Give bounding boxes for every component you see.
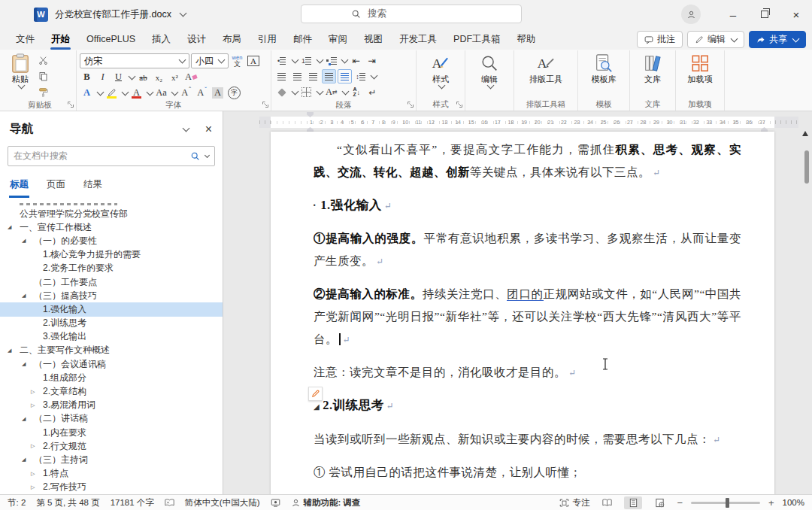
nav-tree-item[interactable]: ▷2.文章结构 (0, 384, 223, 398)
paste-button[interactable]: 粘贴 (7, 51, 34, 88)
collapsed-triangle-icon[interactable]: ▷ (31, 443, 43, 449)
distribute-button[interactable] (338, 69, 352, 83)
grow-font-button[interactable]: Aˆ (179, 86, 193, 100)
nav-tree-item[interactable]: ▷3.易混淆用词 (0, 399, 223, 412)
decrease-indent-button[interactable]: ⇤ (349, 53, 363, 68)
chevron-down-icon[interactable] (317, 56, 324, 63)
word-count[interactable]: 17181 个字 (111, 497, 154, 508)
nav-tab[interactable]: 结果 (83, 178, 102, 194)
chevron-down-icon[interactable] (122, 88, 129, 96)
nav-tree-item[interactable]: ▷2.行文规范 (0, 439, 223, 453)
doc-paragraph[interactable]: 当读到或听到一些新观点、新知识或主要内容的时候，需要思考以下几点：↵ (314, 428, 741, 451)
phonetic-guide-button[interactable]: wén文 (230, 54, 244, 68)
nav-tree-item[interactable]: ▷2.写作技巧 (0, 481, 223, 494)
chevron-down-icon[interactable] (292, 87, 299, 95)
expanded-triangle-icon[interactable]: ◢ (8, 348, 20, 354)
macro-recorder-icon[interactable] (271, 498, 280, 508)
nav-tree-item[interactable]: ◢（一）的必要性 (0, 234, 223, 247)
font-color-button[interactable]: A (129, 86, 144, 100)
chevron-down-icon[interactable] (341, 87, 349, 95)
document-page[interactable]: “文似看山不喜平”，要提高文字工作能力，需抓住积累、思考、观察、实践、交流、转化… (271, 132, 774, 496)
chevron-down-icon[interactable] (97, 88, 105, 96)
ribbon-tab[interactable]: 开始 (43, 29, 78, 50)
minimize-button[interactable]: – (717, 0, 749, 29)
superscript-button[interactable]: x² (168, 70, 182, 84)
ribbon-tab[interactable]: 插入 (144, 29, 179, 50)
zoom-out-button[interactable]: − (677, 497, 683, 508)
font-name-combobox[interactable]: 仿宋 (80, 53, 189, 68)
margin-pen-icon[interactable] (308, 387, 323, 401)
copy-button[interactable] (36, 69, 50, 83)
page-indicator[interactable]: 第 5 页, 共 48 页 (36, 497, 99, 508)
bold-button[interactable]: B (80, 70, 94, 84)
expanded-triangle-icon[interactable]: ◢ (8, 224, 20, 230)
styles-button[interactable]: 样式 (427, 51, 454, 88)
search-icon[interactable] (190, 151, 200, 161)
language-indicator[interactable]: 简体中文(中国大陆) (185, 497, 260, 508)
template-library-button[interactable]: 模板库 (588, 51, 620, 83)
format-painter-button[interactable] (36, 85, 50, 99)
doc-paragraph[interactable]: 注意：读完文章不是目的，消化吸收才是目的。↵ (314, 361, 741, 384)
expanded-triangle-icon[interactable]: ◢ (22, 457, 34, 463)
font-size-combobox[interactable]: 小四 (191, 53, 229, 68)
styles-dialog-launcher[interactable] (456, 101, 463, 108)
nav-tree-item[interactable]: ◢（一）会议通讯稿 (0, 357, 223, 371)
bullet-list-button[interactable]: • (274, 53, 289, 68)
nav-tree-item[interactable]: ◢（三）提高技巧 (0, 289, 223, 302)
chevron-down-icon[interactable] (341, 56, 349, 63)
heading-marker-icon[interactable]: ▪ (314, 202, 316, 208)
word-logo-icon[interactable]: W (34, 8, 48, 22)
expanded-triangle-icon[interactable]: ◢ (22, 238, 34, 244)
enclose-characters-button[interactable]: 字 (226, 86, 242, 100)
nav-tab[interactable]: 标题 (10, 178, 29, 194)
ribbon-tab[interactable]: 视图 (356, 29, 391, 50)
titlebar-search-box[interactable]: 搜索 (301, 5, 522, 23)
nav-tree-item[interactable]: （二）工作要点 (0, 275, 223, 289)
italic-button[interactable]: I (95, 70, 110, 84)
nav-pane-close-icon[interactable]: × (205, 123, 212, 136)
doc-heading[interactable]: ▪1.强化输入↵ (314, 194, 741, 217)
editing-button[interactable]: 编辑 (476, 51, 503, 88)
nav-tree-item[interactable] (0, 200, 223, 207)
ribbon-tab[interactable]: 设计 (179, 29, 214, 50)
ribbon-tab[interactable]: 文件 (8, 29, 43, 50)
multilevel-list-button[interactable] (324, 53, 338, 68)
numbered-list-button[interactable]: 1 (299, 53, 314, 68)
expanded-triangle-icon[interactable]: ◢ (22, 416, 34, 422)
nav-tab[interactable]: 页面 (47, 178, 65, 194)
document-title[interactable]: 分党校宣传部工作手册.docx (55, 8, 171, 21)
accessibility-status[interactable]: 辅助功能: 调查 (291, 497, 361, 508)
collapsed-triangle-icon[interactable]: ▷ (31, 402, 43, 408)
nav-tree-item[interactable]: 1.强化输入 (0, 302, 223, 316)
layout-tools-button[interactable]: 排版工具 (526, 51, 566, 83)
ribbon-tab[interactable]: OfficePLUS (78, 29, 144, 50)
character-border-button[interactable]: A (246, 54, 261, 68)
shading-button[interactable] (274, 85, 289, 99)
ribbon-tab[interactable]: 引用 (250, 29, 285, 50)
heading-marker-icon[interactable]: ◢ (314, 402, 320, 411)
underline-button[interactable]: U (111, 70, 126, 84)
show-marks-button[interactable]: ↵ (365, 85, 380, 99)
doc-paragraph[interactable]: ①提高输入的强度。平常有意识地积累，多读书学习、多观察生活，从而让量变产生质变。… (314, 227, 741, 273)
nav-tree-item[interactable]: ◢（二）讲话稿 (0, 412, 223, 426)
horizontal-ruler[interactable]: 1234567891011121314151617181920212223242… (259, 117, 798, 128)
ribbon-tab[interactable]: PDF工具箱 (445, 29, 509, 50)
ch评evron-down-icon[interactable] (171, 88, 179, 96)
chevron-down-icon[interactable] (317, 87, 324, 95)
nav-tree-item[interactable]: 1.组成部分 (0, 371, 223, 384)
title-chevron-icon[interactable] (179, 10, 186, 17)
zoom-level[interactable]: 100% (783, 498, 804, 507)
borders-button[interactable] (299, 85, 314, 99)
strikethrough-button[interactable]: ab (136, 70, 150, 84)
web-layout-button[interactable] (650, 496, 668, 509)
zoom-slider-handle[interactable] (726, 498, 729, 508)
doc-heading[interactable]: ◢2.训练思考↵ (314, 394, 741, 418)
nav-tree-item[interactable]: ▷1.特点 (0, 467, 223, 481)
close-button[interactable]: × (780, 0, 812, 29)
nav-tree-item[interactable]: 1.核心竞争力提升的需要 (0, 248, 223, 262)
nav-search-input[interactable]: 在文档中搜索 (8, 146, 215, 166)
nav-tree-item[interactable]: ◢一、宣传工作概述 (0, 220, 223, 234)
expanded-triangle-icon[interactable]: ◢ (22, 293, 34, 299)
nav-tree-item[interactable]: ◢二、主要写作文种概述 (0, 344, 223, 357)
chevron-down-icon[interactable] (292, 56, 299, 63)
